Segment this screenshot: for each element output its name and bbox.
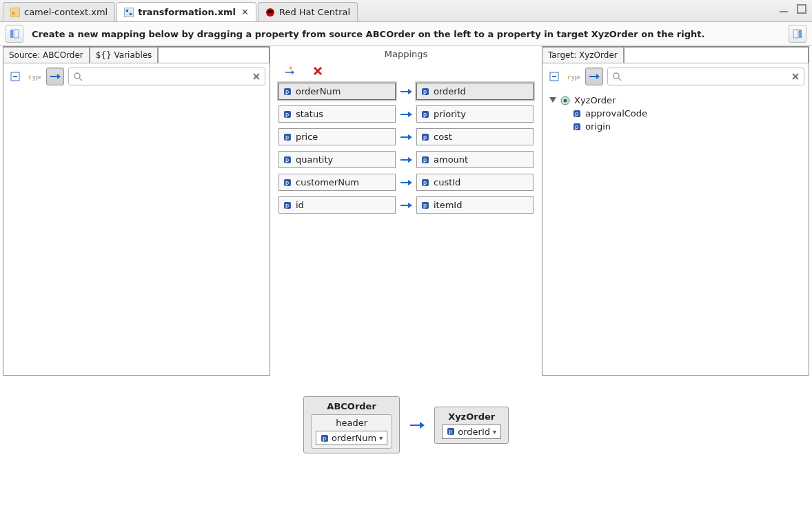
source-header-filler	[158, 47, 270, 63]
arrow-right-icon	[400, 87, 412, 96]
add-mapping-button[interactable]: ✦	[283, 63, 298, 79]
workspace: Source: ABCOrder ${} Variables type Mapp…	[0, 46, 812, 376]
source-search[interactable]	[68, 68, 265, 85]
editor-tab-bar: x camel-context.xml transformation.xml ✕…	[0, 0, 812, 22]
tab-camel-context[interactable]: x camel-context.xml	[3, 2, 115, 21]
mapping-target-cell[interactable]: pamount	[416, 151, 534, 168]
collapse-all-button[interactable]	[8, 69, 23, 84]
minimize-button[interactable]	[779, 4, 789, 14]
tab-label: camel-context.xml	[24, 7, 108, 17]
mapping-target-cell[interactable]: porderId	[416, 83, 534, 100]
detail-source-sub-label: header	[336, 418, 367, 428]
source-title-tab[interactable]: Source: ABCOrder	[3, 47, 90, 63]
clear-icon[interactable]	[791, 72, 800, 81]
tab-redhat-central[interactable]: Red Hat Central	[258, 2, 358, 21]
show-mapped-button[interactable]	[585, 68, 603, 85]
mapping-source-cell[interactable]: pstatus	[278, 105, 396, 123]
mapping-source-cell[interactable]: pid	[278, 196, 396, 214]
delete-mapping-button[interactable]	[310, 63, 325, 79]
svg-marker-55	[408, 180, 412, 185]
svg-line-20	[79, 78, 82, 81]
mappings-toolbar: ✦	[274, 62, 538, 83]
source-panel-header: Source: ABCOrder ${} Variables	[3, 47, 270, 63]
mapping-target-cell[interactable]: pitemId	[416, 196, 534, 214]
property-icon: p	[421, 133, 429, 141]
hint-text: Create a new mapping below by dragging a…	[23, 28, 789, 41]
tree-root-label: XyzOrder	[574, 95, 616, 105]
target-tree[interactable]: XyzOrder p approvalCode p origin	[542, 90, 809, 137]
svg-marker-49	[408, 157, 412, 163]
detail-source-field[interactable]: p orderNum ▾	[316, 431, 387, 445]
layout-left-button[interactable]	[6, 25, 23, 43]
mapping-target-cell[interactable]: ppriority	[416, 105, 534, 123]
clear-icon[interactable]	[252, 72, 261, 81]
mappings-title: Mappings	[274, 46, 538, 62]
mapping-source-cell[interactable]: pprice	[278, 128, 396, 145]
svg-text:p: p	[423, 112, 427, 118]
svg-marker-74	[549, 97, 556, 103]
mapping-source-cell[interactable]: porderNum	[278, 83, 396, 100]
mapping-row[interactable]: porderNumporderId	[278, 83, 534, 100]
svg-rect-8	[798, 5, 806, 13]
maximize-button[interactable]	[797, 4, 806, 14]
tree-item[interactable]: p approvalCode	[549, 107, 802, 120]
mapping-source-label: quantity	[296, 154, 333, 165]
layout-icon	[10, 29, 19, 39]
xml-file-icon: x	[10, 8, 20, 17]
svg-marker-43	[408, 134, 412, 140]
close-icon[interactable]: ✕	[240, 7, 249, 17]
property-icon: p	[283, 88, 292, 96]
svg-rect-12	[793, 30, 798, 38]
svg-marker-84	[420, 422, 425, 429]
target-title-tab[interactable]: Target: XyzOrder	[542, 47, 624, 63]
svg-marker-31	[408, 89, 412, 94]
dropdown-icon[interactable]: ▾	[379, 434, 383, 442]
svg-point-6	[267, 10, 273, 13]
mapping-source-label: price	[296, 132, 318, 142]
target-search-input[interactable]	[622, 71, 791, 82]
mapping-target-label: itemId	[434, 200, 462, 210]
property-icon: p	[573, 110, 581, 118]
svg-text:p: p	[285, 203, 289, 209]
show-mapped-button[interactable]	[46, 68, 64, 85]
mapping-row[interactable]: ppricepcost	[278, 128, 534, 145]
svg-rect-2	[124, 8, 134, 17]
svg-rect-11	[799, 30, 802, 38]
detail-source-root: ABCOrder	[327, 401, 376, 411]
mapping-target-cell[interactable]: pcustId	[416, 174, 534, 191]
filter-types-button[interactable]: type	[27, 69, 42, 84]
property-icon: p	[421, 156, 429, 164]
expand-toggle-icon[interactable]	[549, 97, 556, 104]
property-icon: p	[421, 110, 429, 119]
mapping-source-cell[interactable]: pcustomerNum	[278, 174, 396, 191]
tree-root-row[interactable]: XyzOrder	[549, 94, 802, 107]
svg-text:p: p	[285, 157, 289, 163]
mapped-icon	[589, 72, 600, 81]
target-panel-header: Target: XyzOrder	[542, 47, 809, 63]
tree-item[interactable]: p origin	[549, 120, 802, 133]
mapped-icon	[50, 72, 61, 81]
property-icon: p	[283, 133, 292, 141]
mapping-row[interactable]: pquantitypamount	[278, 151, 534, 168]
svg-text:p: p	[285, 89, 289, 95]
mapping-target-cell[interactable]: pcost	[416, 128, 534, 145]
mapping-row[interactable]: pstatusppriority	[278, 105, 534, 123]
tab-transformation[interactable]: transformation.xml ✕	[116, 2, 256, 21]
detail-target-field[interactable]: p orderId ▾	[442, 425, 501, 439]
detail-target-box[interactable]: XyzOrder p orderId ▾	[434, 407, 509, 444]
layout-right-button[interactable]	[789, 25, 806, 43]
dropdown-icon[interactable]: ▾	[493, 428, 496, 436]
collapse-all-button[interactable]	[547, 69, 562, 84]
mapping-row[interactable]: pcustomerNumpcustId	[278, 174, 534, 191]
target-search[interactable]	[607, 68, 804, 85]
variables-tab[interactable]: ${} Variables	[90, 47, 159, 63]
search-icon	[612, 72, 622, 81]
mapping-row[interactable]: pidpitemId	[278, 196, 534, 214]
mapping-target-label: orderId	[434, 86, 466, 96]
source-search-input[interactable]	[83, 71, 252, 82]
detail-source-box[interactable]: ABCOrder header p orderNum ▾	[303, 396, 400, 453]
filter-types-button[interactable]: type	[566, 69, 581, 84]
mapping-source-cell[interactable]: pquantity	[278, 151, 396, 168]
source-tree[interactable]	[3, 90, 270, 98]
svg-point-70	[613, 73, 619, 79]
